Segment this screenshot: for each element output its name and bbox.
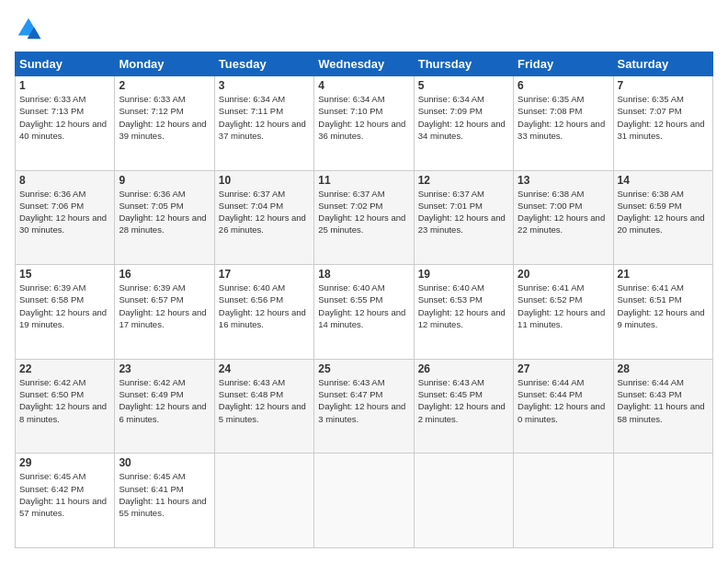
day-number: 26 (418, 362, 509, 375)
day-info: Sunrise: 6:33 AMSunset: 7:13 PMDaylight:… (19, 93, 110, 142)
day-info: Sunrise: 6:44 AMSunset: 6:44 PMDaylight:… (518, 376, 609, 425)
calendar-cell: 15Sunrise: 6:39 AMSunset: 6:58 PMDayligh… (16, 265, 115, 360)
calendar-cell: 5Sunrise: 6:34 AMSunset: 7:09 PMDaylight… (414, 76, 513, 171)
day-info: Sunrise: 6:42 AMSunset: 6:49 PMDaylight:… (119, 376, 210, 425)
calendar-cell: 7Sunrise: 6:35 AMSunset: 7:07 PMDaylight… (613, 76, 712, 171)
day-number: 11 (318, 174, 409, 187)
calendar-cell: 8Sunrise: 6:36 AMSunset: 7:06 PMDaylight… (16, 170, 115, 265)
day-number: 8 (19, 174, 110, 187)
calendar-cell: 14Sunrise: 6:38 AMSunset: 6:59 PMDayligh… (613, 170, 712, 265)
day-info: Sunrise: 6:39 AMSunset: 6:58 PMDaylight:… (19, 282, 110, 330)
calendar-cell: 20Sunrise: 6:41 AMSunset: 6:52 PMDayligh… (514, 265, 613, 360)
day-info: Sunrise: 6:45 AMSunset: 6:42 PMDaylight:… (19, 470, 110, 519)
day-number: 2 (119, 79, 210, 92)
calendar-week-2: 8Sunrise: 6:36 AMSunset: 7:06 PMDaylight… (16, 170, 713, 265)
calendar-cell: 28Sunrise: 6:44 AMSunset: 6:43 PMDayligh… (613, 359, 712, 454)
logo-icon (15, 15, 42, 42)
logo (15, 15, 46, 42)
day-number: 28 (618, 362, 709, 375)
day-info: Sunrise: 6:43 AMSunset: 6:48 PMDaylight:… (219, 376, 310, 425)
day-info: Sunrise: 6:38 AMSunset: 6:59 PMDaylight:… (618, 188, 709, 236)
day-number: 6 (518, 79, 609, 92)
day-info: Sunrise: 6:45 AMSunset: 6:41 PMDaylight:… (119, 470, 210, 519)
day-info: Sunrise: 6:36 AMSunset: 7:06 PMDaylight:… (19, 188, 110, 236)
day-number: 4 (318, 79, 409, 92)
calendar-cell: 19Sunrise: 6:40 AMSunset: 6:53 PMDayligh… (414, 265, 513, 360)
day-info: Sunrise: 6:34 AMSunset: 7:11 PMDaylight:… (219, 93, 310, 142)
calendar-body: 1Sunrise: 6:33 AMSunset: 7:13 PMDaylight… (16, 76, 713, 548)
calendar-cell: 11Sunrise: 6:37 AMSunset: 7:02 PMDayligh… (314, 170, 414, 265)
calendar-cell: 4Sunrise: 6:34 AMSunset: 7:10 PMDaylight… (314, 76, 414, 171)
day-info: Sunrise: 6:40 AMSunset: 6:53 PMDaylight:… (418, 282, 509, 330)
calendar-week-1: 1Sunrise: 6:33 AMSunset: 7:13 PMDaylight… (16, 76, 713, 171)
calendar-week-4: 22Sunrise: 6:42 AMSunset: 6:50 PMDayligh… (16, 359, 713, 454)
calendar-week-3: 15Sunrise: 6:39 AMSunset: 6:58 PMDayligh… (16, 265, 713, 360)
day-number: 17 (219, 268, 310, 281)
day-info: Sunrise: 6:40 AMSunset: 6:55 PMDaylight:… (318, 282, 409, 330)
calendar-cell: 23Sunrise: 6:42 AMSunset: 6:49 PMDayligh… (115, 359, 214, 454)
calendar-cell: 24Sunrise: 6:43 AMSunset: 6:48 PMDayligh… (214, 359, 313, 454)
day-number: 18 (318, 268, 409, 281)
day-info: Sunrise: 6:36 AMSunset: 7:05 PMDaylight:… (119, 188, 210, 236)
calendar-header-row: SundayMondayTuesdayWednesdayThursdayFrid… (16, 52, 713, 76)
day-header-saturday: Saturday (613, 52, 712, 76)
page: SundayMondayTuesdayWednesdayThursdayFrid… (0, 0, 728, 563)
calendar-cell: 25Sunrise: 6:43 AMSunset: 6:47 PMDayligh… (314, 359, 414, 454)
calendar-cell: 2Sunrise: 6:33 AMSunset: 7:12 PMDaylight… (115, 76, 214, 171)
calendar-cell: 9Sunrise: 6:36 AMSunset: 7:05 PMDaylight… (115, 170, 214, 265)
day-info: Sunrise: 6:33 AMSunset: 7:12 PMDaylight:… (119, 93, 210, 142)
day-info: Sunrise: 6:41 AMSunset: 6:51 PMDaylight:… (618, 282, 709, 330)
calendar-cell: 18Sunrise: 6:40 AMSunset: 6:55 PMDayligh… (314, 265, 414, 360)
calendar-cell: 16Sunrise: 6:39 AMSunset: 6:57 PMDayligh… (115, 265, 214, 360)
day-header-tuesday: Tuesday (214, 52, 313, 76)
day-header-monday: Monday (115, 52, 214, 76)
day-info: Sunrise: 6:38 AMSunset: 7:00 PMDaylight:… (518, 188, 609, 236)
calendar-cell: 22Sunrise: 6:42 AMSunset: 6:50 PMDayligh… (16, 359, 115, 454)
calendar-cell (514, 454, 613, 548)
calendar-table: SundayMondayTuesdayWednesdayThursdayFrid… (15, 52, 713, 548)
day-info: Sunrise: 6:40 AMSunset: 6:56 PMDaylight:… (219, 282, 310, 330)
day-number: 5 (418, 79, 509, 92)
calendar-cell: 21Sunrise: 6:41 AMSunset: 6:51 PMDayligh… (613, 265, 712, 360)
calendar-cell (214, 454, 313, 548)
day-header-wednesday: Wednesday (314, 52, 414, 76)
day-number: 7 (618, 79, 709, 92)
day-number: 29 (19, 456, 110, 469)
calendar-cell: 29Sunrise: 6:45 AMSunset: 6:42 PMDayligh… (16, 454, 115, 548)
day-number: 20 (518, 268, 609, 281)
calendar-cell: 3Sunrise: 6:34 AMSunset: 7:11 PMDaylight… (214, 76, 313, 171)
day-info: Sunrise: 6:37 AMSunset: 7:04 PMDaylight:… (219, 188, 310, 236)
day-info: Sunrise: 6:34 AMSunset: 7:09 PMDaylight:… (418, 93, 509, 142)
calendar-cell: 6Sunrise: 6:35 AMSunset: 7:08 PMDaylight… (514, 76, 613, 171)
day-info: Sunrise: 6:35 AMSunset: 7:07 PMDaylight:… (618, 93, 709, 142)
day-number: 12 (418, 174, 509, 187)
day-info: Sunrise: 6:39 AMSunset: 6:57 PMDaylight:… (119, 282, 210, 330)
calendar-cell: 17Sunrise: 6:40 AMSunset: 6:56 PMDayligh… (214, 265, 313, 360)
day-number: 1 (19, 79, 110, 92)
day-info: Sunrise: 6:43 AMSunset: 6:45 PMDaylight:… (418, 376, 509, 425)
calendar-cell (414, 454, 513, 548)
calendar-cell: 13Sunrise: 6:38 AMSunset: 7:00 PMDayligh… (514, 170, 613, 265)
calendar-cell (314, 454, 414, 548)
day-number: 27 (518, 362, 609, 375)
day-info: Sunrise: 6:43 AMSunset: 6:47 PMDaylight:… (318, 376, 409, 425)
day-number: 22 (19, 362, 110, 375)
day-number: 19 (418, 268, 509, 281)
calendar-cell: 27Sunrise: 6:44 AMSunset: 6:44 PMDayligh… (514, 359, 613, 454)
day-info: Sunrise: 6:42 AMSunset: 6:50 PMDaylight:… (19, 376, 110, 425)
day-header-thursday: Thursday (414, 52, 513, 76)
day-number: 15 (19, 268, 110, 281)
calendar-cell (613, 454, 712, 548)
day-number: 23 (119, 362, 210, 375)
calendar-cell: 10Sunrise: 6:37 AMSunset: 7:04 PMDayligh… (214, 170, 313, 265)
day-number: 25 (318, 362, 409, 375)
day-number: 30 (119, 456, 210, 469)
calendar-cell: 12Sunrise: 6:37 AMSunset: 7:01 PMDayligh… (414, 170, 513, 265)
calendar-week-5: 29Sunrise: 6:45 AMSunset: 6:42 PMDayligh… (16, 454, 713, 548)
day-header-sunday: Sunday (16, 52, 115, 76)
day-number: 13 (518, 174, 609, 187)
header (15, 15, 713, 42)
calendar-cell: 30Sunrise: 6:45 AMSunset: 6:41 PMDayligh… (115, 454, 214, 548)
day-number: 14 (618, 174, 709, 187)
day-info: Sunrise: 6:41 AMSunset: 6:52 PMDaylight:… (518, 282, 609, 330)
